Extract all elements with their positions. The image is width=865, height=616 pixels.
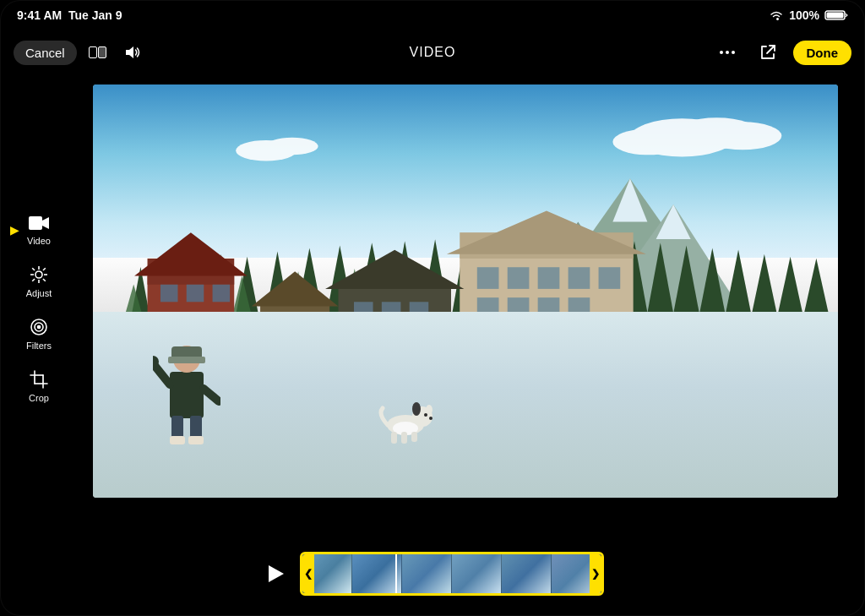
svg-point-109 (424, 413, 427, 417)
sidebar-adjust-label: Adjust (26, 288, 52, 298)
done-button[interactable]: Done (793, 41, 852, 65)
svg-rect-73 (213, 285, 231, 303)
more-options-icon (718, 43, 737, 62)
svg-rect-81 (599, 267, 621, 289)
filmstrip-frame-4 (452, 554, 502, 593)
crop-icon (29, 369, 49, 390)
split-screen-icon (89, 46, 106, 58)
svg-rect-96 (168, 357, 205, 363)
svg-point-20 (38, 325, 41, 328)
svg-marker-87 (325, 250, 464, 289)
svg-line-103 (204, 389, 219, 401)
svg-point-9 (35, 271, 42, 278)
side-item-wrapper-adjust: Adjust (14, 259, 64, 303)
status-time-date: 9:41 AM Tue Jan 9 (17, 8, 122, 22)
svg-rect-79 (538, 267, 560, 289)
svg-rect-80 (569, 267, 590, 289)
sidebar-item-adjust[interactable]: Adjust (14, 259, 64, 303)
dog (376, 393, 435, 444)
svg-point-3 (720, 51, 723, 54)
toolbar-right: Done (712, 37, 852, 68)
svg-marker-92 (252, 271, 339, 306)
sidebar-item-video[interactable]: Video (14, 209, 64, 251)
play-icon (269, 565, 284, 582)
video-container (93, 84, 838, 498)
svg-rect-99 (170, 436, 185, 444)
video-icon (28, 214, 50, 232)
adjust-icon (29, 264, 49, 285)
toolbar: Cancel VIDEO (0, 30, 865, 74)
sidebar-item-filters[interactable]: Filters (14, 312, 64, 356)
svg-rect-78 (508, 267, 530, 289)
person (153, 321, 220, 448)
svg-rect-77 (477, 267, 499, 289)
split-rect-right (98, 46, 106, 58)
svg-line-16 (32, 278, 35, 281)
svg-rect-93 (170, 372, 204, 418)
svg-rect-113 (411, 432, 417, 442)
svg-point-107 (412, 402, 421, 416)
svg-rect-111 (391, 432, 397, 444)
split-rect-left (89, 46, 97, 58)
svg-marker-2 (126, 46, 133, 58)
playhead[interactable] (395, 552, 397, 596)
filmstrip-frame-3 (402, 554, 452, 593)
side-item-wrapper-filters: Filters (14, 312, 64, 356)
active-indicator: ▶ (10, 223, 19, 237)
side-item-wrapper-crop: Crop (14, 364, 64, 408)
svg-rect-71 (160, 285, 178, 303)
cancel-button[interactable]: Cancel (14, 41, 77, 65)
sidebar-item-crop[interactable]: Crop (14, 364, 64, 408)
svg-marker-76 (447, 210, 646, 253)
side-item-wrapper-video: ▶ Video (14, 209, 64, 251)
svg-line-15 (43, 278, 46, 281)
side-panel: ▶ Video Adjust (14, 209, 64, 408)
svg-point-108 (426, 405, 432, 415)
svg-line-14 (32, 268, 35, 270)
svg-marker-70 (134, 232, 248, 275)
svg-point-4 (726, 51, 729, 54)
filmstrip-handle-left[interactable]: ❮ (302, 554, 314, 593)
timeline-bar: ❮ ❯ (261, 552, 604, 596)
battery-icon (824, 9, 848, 21)
filmstrip-frames (302, 554, 601, 593)
svg-rect-98 (190, 416, 202, 439)
svg-rect-112 (401, 432, 407, 444)
right-chevron-icon: ❯ (591, 568, 600, 580)
wifi-icon (769, 9, 784, 21)
left-chevron-icon: ❮ (304, 568, 313, 580)
volume-icon (124, 45, 143, 60)
external-link-icon (759, 43, 777, 62)
svg-rect-7 (29, 216, 42, 230)
svg-rect-97 (171, 416, 183, 439)
status-bar: 9:41 AM Tue Jan 9 100% (0, 0, 865, 30)
svg-rect-100 (188, 436, 204, 444)
filmstrip-handle-right[interactable]: ❯ (590, 554, 601, 593)
sidebar-filters-label: Filters (26, 341, 52, 351)
filters-icon (29, 317, 49, 337)
svg-point-28 (704, 122, 781, 150)
svg-point-5 (732, 51, 735, 54)
external-link-button[interactable] (753, 37, 783, 68)
filmstrip: ❮ ❯ (300, 552, 604, 596)
toolbar-title: VIDEO (410, 45, 456, 59)
svg-rect-25 (35, 375, 43, 384)
video-frame (93, 84, 838, 498)
filmstrip-frame-5 (502, 554, 552, 593)
toolbar-center: VIDEO (410, 45, 456, 60)
sidebar-crop-label: Crop (29, 393, 49, 403)
svg-rect-1 (827, 13, 844, 19)
play-button[interactable] (261, 559, 291, 589)
battery-percent: 100% (789, 8, 819, 22)
svg-marker-8 (42, 217, 49, 229)
svg-line-17 (43, 268, 46, 270)
toolbar-left: Cancel (14, 37, 149, 68)
svg-rect-72 (187, 285, 204, 303)
svg-line-6 (767, 46, 775, 53)
more-options-button[interactable] (712, 37, 743, 68)
svg-point-110 (429, 417, 432, 420)
volume-button[interactable] (118, 37, 149, 68)
sidebar-video-label: Video (27, 236, 51, 246)
status-right-icons: 100% (769, 8, 848, 22)
